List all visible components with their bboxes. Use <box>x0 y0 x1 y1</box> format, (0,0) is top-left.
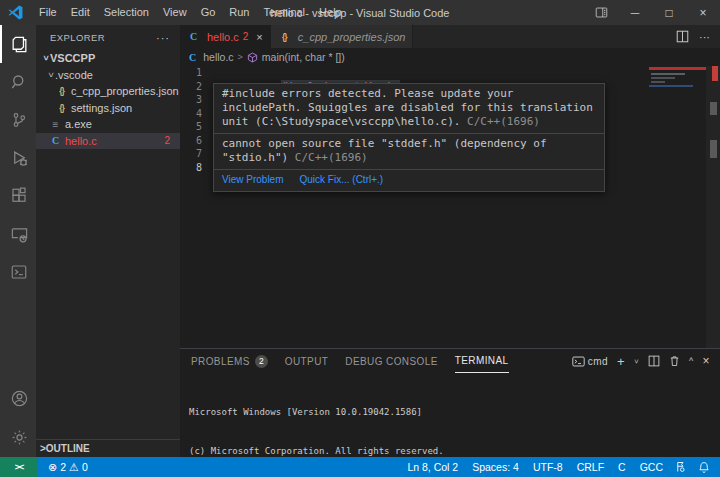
compiler-config[interactable]: GCC <box>633 461 670 473</box>
close-window-button[interactable]: × <box>686 0 720 25</box>
quick-fix-link[interactable]: Quick Fix... (Ctrl+.) <box>300 173 384 187</box>
activity-bar <box>0 25 36 457</box>
editor-tab-bar: C hello.c 2 × {} c_cpp_properties.json <box>180 25 720 48</box>
kill-terminal-icon[interactable] <box>669 355 680 367</box>
hover-message-1: #include errors detected. Please update … <box>214 84 604 133</box>
menu-edit[interactable]: Edit <box>64 0 97 25</box>
tab-bar-empty-space <box>413 25 666 48</box>
ruler-decoration <box>710 140 717 158</box>
file-label: hello.c <box>65 135 97 147</box>
menu-view[interactable]: View <box>156 0 194 25</box>
c-file-icon: C <box>189 52 196 63</box>
panel-tab-bar: PROBLEMS 2 OUTPUT DEBUG CONSOLE TERMINAL… <box>180 349 720 373</box>
editor-group: C hello.c 2 × {} c_cpp_properties.json <box>180 25 720 348</box>
symbol-method-icon <box>247 52 258 63</box>
minimap-line <box>651 77 675 79</box>
tab-hello-c[interactable]: C hello.c 2 × <box>180 25 271 48</box>
tree-root-vsccpp[interactable]: > VSCCPP <box>36 50 180 67</box>
problems-badge: 2 <box>255 355 268 368</box>
extensions-icon[interactable] <box>0 177 36 215</box>
menu-selection[interactable]: Selection <box>97 0 156 25</box>
run-debug-icon[interactable] <box>0 139 36 177</box>
language-mode[interactable]: C <box>611 461 633 473</box>
maximize-panel-icon[interactable]: ^ <box>689 356 694 366</box>
settings-gear-icon[interactable] <box>0 417 36 457</box>
c-file-icon: C <box>187 31 200 42</box>
view-problem-link[interactable]: View Problem <box>222 173 284 187</box>
search-icon[interactable] <box>0 63 36 101</box>
warning-icon: ⚠ <box>69 461 79 474</box>
terminal-dropdown-icon[interactable]: > <box>632 358 641 363</box>
minimap-error-line <box>649 67 706 70</box>
menu-go[interactable]: Go <box>194 0 223 25</box>
outline-label: OUTLINE <box>46 443 90 454</box>
binary-file-icon: ≡ <box>49 119 62 130</box>
tree-file-a-exe[interactable]: ≡ a.exe <box>36 116 180 133</box>
editor-more-actions-icon[interactable]: ··· <box>699 31 710 43</box>
menu-terminal[interactable]: Terminal <box>257 0 313 25</box>
close-tab-icon[interactable]: × <box>256 31 262 43</box>
remote-explorer-icon[interactable] <box>0 215 36 253</box>
tree-file-c-cpp-properties[interactable]: {} c_cpp_properties.json <box>36 83 180 100</box>
chevron-down-icon: > <box>46 70 56 79</box>
error-hover-popup: #include errors detected. Please update … <box>213 83 605 192</box>
cursor-position[interactable]: Ln 8, Col 2 <box>400 461 465 473</box>
customize-layout-icon[interactable] <box>584 0 618 25</box>
close-panel-icon[interactable]: × <box>703 354 710 368</box>
indentation[interactable]: Spaces: 4 <box>465 461 526 473</box>
menu-file[interactable]: File <box>32 0 64 25</box>
eol-sequence[interactable]: CRLF <box>570 461 611 473</box>
tab-terminal[interactable]: TERMINAL <box>455 349 509 373</box>
root-folder-label: VSCCPP <box>50 52 95 64</box>
breadcrumb-symbol[interactable]: main(int, char * []) <box>262 51 345 63</box>
tab-label: c_cpp_properties.json <box>298 31 406 43</box>
notifications-bell-icon[interactable] <box>698 461 710 474</box>
remote-indicator[interactable]: >< <box>0 457 38 477</box>
menu-help[interactable]: Help <box>312 0 349 25</box>
diagnostic-source: C/C++(1696) <box>467 115 540 128</box>
minimap[interactable] <box>649 66 706 348</box>
problems-status[interactable]: ⊗ 2 ⚠ 0 <box>38 461 88 474</box>
bottom-panel: PROBLEMS 2 OUTPUT DEBUG CONSOLE TERMINAL… <box>180 348 720 457</box>
json-file-icon: {} <box>55 86 68 96</box>
minimize-button[interactable]: ─ <box>618 0 652 25</box>
explorer-icon[interactable] <box>0 25 36 63</box>
outline-section-header[interactable]: > OUTLINE <box>36 439 180 457</box>
tree-file-hello-c[interactable]: C hello.c 2 <box>36 133 180 150</box>
ruler-error-mark <box>712 66 718 81</box>
tab-problems[interactable]: PROBLEMS 2 <box>191 349 268 373</box>
account-icon[interactable] <box>0 379 36 417</box>
split-terminal-icon[interactable] <box>648 355 660 367</box>
tab-c-cpp-properties[interactable]: {} c_cpp_properties.json <box>271 25 414 48</box>
diagnostic-source: C/C++(1696) <box>295 151 368 164</box>
shell-label: cmd <box>588 356 608 367</box>
chevron-down-icon: > <box>41 54 51 63</box>
breadcrumb-file[interactable]: hello.c <box>203 51 233 63</box>
menu-run[interactable]: Run <box>222 0 256 25</box>
folder-label: .vscode <box>55 69 93 81</box>
tree-file-settings[interactable]: {} settings.json <box>36 100 180 117</box>
tab-label: hello.c <box>207 31 239 43</box>
tree-folder-vscode[interactable]: > .vscode <box>36 67 180 84</box>
explorer-more-actions-icon[interactable]: ··· <box>156 32 170 44</box>
file-label: settings.json <box>71 102 132 114</box>
remote-targets-icon[interactable] <box>0 253 36 291</box>
split-editor-icon[interactable] <box>676 30 689 43</box>
ruler-decoration <box>710 102 717 115</box>
tab-debug-console[interactable]: DEBUG CONSOLE <box>345 349 437 373</box>
source-control-icon[interactable] <box>0 101 36 139</box>
scrollbar[interactable] <box>706 66 720 348</box>
minimap-line <box>649 85 693 87</box>
error-icon: ⊗ <box>48 461 57 474</box>
new-terminal-icon[interactable]: + <box>617 354 625 369</box>
maximize-button[interactable]: □ <box>652 0 686 25</box>
c-file-icon: C <box>49 135 62 146</box>
cmd-shell-icon: cmd <box>572 356 608 367</box>
feedback-icon[interactable] <box>674 461 686 473</box>
json-file-icon: {} <box>55 103 68 113</box>
encoding[interactable]: UTF-8 <box>526 461 570 473</box>
warning-count: 0 <box>82 461 88 473</box>
code-editor[interactable]: 1 2 3 4 5 6 7 8 #include <stdio.h> #incl… <box>180 66 720 348</box>
hover-message-2: cannot open source file "stddef.h" (depe… <box>214 133 604 169</box>
tab-output[interactable]: OUTPUT <box>285 349 329 373</box>
